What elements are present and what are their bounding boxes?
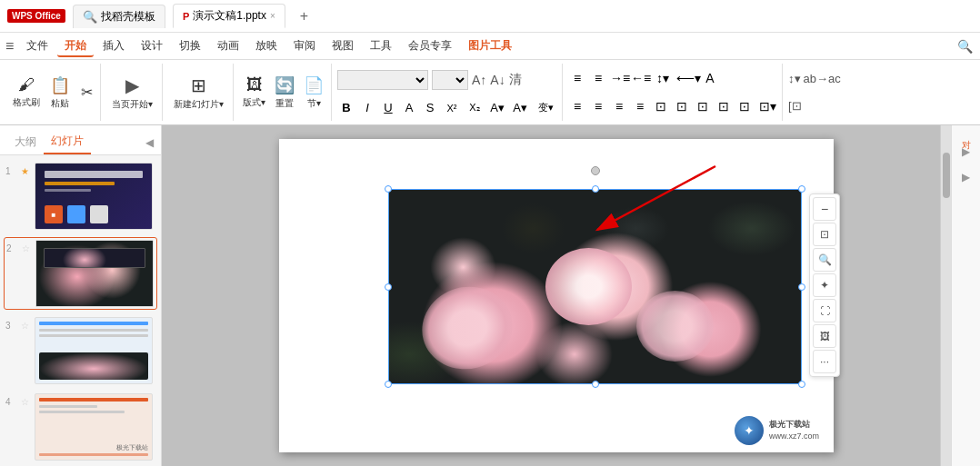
slide-item-2[interactable]: 2 ☆ — [4, 237, 157, 310]
handle-bl[interactable] — [385, 381, 392, 388]
slide-thumb-3[interactable] — [35, 317, 153, 384]
handle-mr[interactable] — [798, 283, 805, 291]
align-center-btn[interactable]: ≡ — [589, 99, 607, 114]
close-icon[interactable]: × — [270, 11, 275, 21]
menu-item-animation[interactable]: 动画 — [210, 35, 246, 57]
menu-item-start[interactable]: 开始 — [57, 35, 94, 57]
list-btn[interactable]: ≡ — [568, 71, 586, 85]
sort-btn[interactable]: ↕▾ — [788, 72, 801, 85]
scroll-bar[interactable] — [940, 125, 951, 466]
slide-number-1: 1 — [5, 166, 18, 176]
slide-thumb-4[interactable]: 极光下载站 — [35, 393, 153, 461]
menu-item-switch[interactable]: 切换 — [172, 35, 208, 57]
tab-pptx[interactable]: P 演示文稿1.pptx × — [173, 4, 285, 28]
float-btn-minus[interactable]: − — [813, 197, 836, 221]
formatbrush-btn[interactable]: 🖌 格式刷 — [9, 65, 44, 120]
clear-format-btn[interactable]: 清 — [509, 72, 522, 88]
cut-btn[interactable]: ✂ — [76, 65, 96, 120]
menu-item-vip[interactable]: 会员专享 — [401, 35, 459, 57]
float-btn-more[interactable]: ··· — [813, 350, 836, 373]
ribbon-group-right: ↕▾ ab→ac [⊡ — [785, 64, 845, 121]
panel-collapse-btn[interactable]: ◀ — [145, 136, 154, 149]
textbox-btn[interactable]: ⊡ — [673, 99, 691, 114]
wps-logo[interactable]: WPS Office — [7, 9, 65, 23]
menu-item-insert[interactable]: 插入 — [95, 35, 132, 57]
menu-item-view[interactable]: 视图 — [325, 35, 361, 57]
font-family-select[interactable] — [337, 70, 428, 90]
fontcolor-btn[interactable]: A▾ — [487, 101, 507, 114]
italic-btn[interactable]: I — [358, 101, 376, 114]
align-justify-btn[interactable]: ≡ — [631, 99, 649, 114]
menu-item-present[interactable]: 放映 — [248, 35, 285, 57]
handle-tr[interactable] — [798, 185, 805, 193]
ribbon-group-play: ▶ 当页开始▾ — [103, 64, 163, 121]
numlist-btn[interactable]: ≡ — [589, 71, 607, 85]
textdir-btn[interactable]: ⟵▾ — [676, 71, 698, 85]
indent-btn[interactable]: →≡ — [610, 71, 628, 85]
add-tab-btn[interactable]: + — [293, 5, 315, 28]
menu-item-tools[interactable]: 工具 — [363, 35, 399, 57]
selected-image[interactable]: − ⊡ 🔍 ✦ ⛶ 🖼 ··· — [388, 189, 802, 384]
linesp-btn[interactable]: ↕▾ — [652, 71, 674, 85]
align-left-btn[interactable]: ≡ — [568, 99, 586, 114]
right-panel-arrow1[interactable]: ▶ — [956, 142, 976, 162]
slide-item-1[interactable]: 1 ★ ■ — [4, 161, 157, 232]
float-btn-magic[interactable]: ✦ — [813, 273, 836, 297]
right-panel-arrow2[interactable]: ▶ — [956, 167, 976, 187]
scroll-thumb[interactable] — [943, 153, 950, 198]
float-btn-zoom[interactable]: 🔍 — [813, 248, 836, 272]
font-size-select[interactable] — [432, 70, 468, 90]
title-bar-left: WPS Office 🔍 找稻壳模板 P 演示文稿1.pptx × + — [7, 4, 315, 28]
underline-btn[interactable]: U — [379, 101, 397, 114]
play-start-btn[interactable]: ▶ 当页开始▾ — [106, 65, 158, 120]
para2-btn[interactable]: ⊡ — [715, 99, 733, 114]
slide-thumb-2[interactable] — [35, 240, 154, 307]
menu-item-design[interactable]: 设计 — [134, 35, 170, 57]
tab-outline[interactable]: 大纲 — [7, 131, 44, 154]
handle-br[interactable] — [798, 381, 805, 388]
ribbon-group-layout: 🖼 版式▾ 🔄 重置 📄 节▾ — [235, 64, 332, 121]
arrange-btn[interactable]: [⊡ — [788, 99, 802, 113]
outdent-btn[interactable]: ←≡ — [631, 71, 649, 85]
slide-item-3[interactable]: 3 ☆ — [4, 315, 157, 386]
new-slide-btn[interactable]: ⊞ 新建幻灯片▾ — [168, 65, 229, 120]
handle-tc[interactable] — [592, 185, 599, 193]
handle-tl[interactable] — [385, 185, 392, 193]
highlight-btn[interactable]: A▾ — [510, 101, 530, 114]
float-btn-expand[interactable]: ⛶ — [813, 299, 836, 322]
tab-daoke[interactable]: 🔍 找稻壳模板 — [73, 5, 165, 28]
shadow-btn[interactable]: S — [421, 101, 439, 114]
float-btn-replace[interactable]: 🖼 — [813, 324, 836, 348]
superscript-btn[interactable]: X² — [442, 103, 462, 114]
strikethrough-btn[interactable]: A — [400, 101, 418, 114]
para3-btn[interactable]: ⊡ — [735, 99, 754, 114]
menu-search[interactable]: 🔍 — [955, 36, 975, 56]
section-btn[interactable]: 📄 节▾ — [300, 65, 327, 120]
menu-item-imagetools[interactable]: 图片工具 — [461, 35, 519, 57]
handle-rotate[interactable] — [591, 166, 600, 175]
slide-thumb-1[interactable]: ■ — [35, 163, 153, 230]
handle-bc[interactable] — [592, 381, 599, 388]
para4-btn[interactable]: ⊡▾ — [756, 99, 778, 114]
menu-icon[interactable]: ≡ — [5, 38, 14, 55]
font-grow-btn[interactable]: A↑ — [472, 73, 486, 87]
change-case-btn[interactable]: 变▾ — [533, 101, 558, 114]
font-shrink-btn[interactable]: A↓ — [490, 73, 505, 87]
handle-ml[interactable] — [385, 283, 392, 291]
tab-slides[interactable]: 幻灯片 — [44, 130, 91, 154]
menu-item-review[interactable]: 审阅 — [286, 35, 323, 57]
replace-btn[interactable]: ab→ac — [804, 72, 841, 85]
paste-btn[interactable]: 📋 粘贴 — [45, 65, 75, 120]
slide-item-4[interactable]: 4 ☆ 极光下载站 — [4, 392, 157, 462]
bold-btn[interactable]: B — [337, 101, 355, 114]
ribbon: 🖌 格式刷 📋 粘贴 ✂ ▶ 当页开始▾ ⊞ 新建幻灯片▾ 🖼 版式▾ 🔄 — [0, 60, 980, 125]
reset-btn[interactable]: 🔄 重置 — [271, 65, 298, 120]
subscript-btn[interactable]: X₂ — [465, 102, 485, 114]
menu-item-file[interactable]: 文件 — [19, 35, 55, 57]
align-right-btn[interactable]: ≡ — [610, 99, 628, 114]
col-btn[interactable]: ⊡ — [652, 99, 670, 114]
float-btn-crop[interactable]: ⊡ — [813, 223, 836, 246]
smartart-btn[interactable]: ⊡ — [694, 99, 712, 114]
layout-btn[interactable]: 🖼 版式▾ — [239, 65, 269, 120]
conv-btn[interactable]: A — [701, 71, 719, 85]
